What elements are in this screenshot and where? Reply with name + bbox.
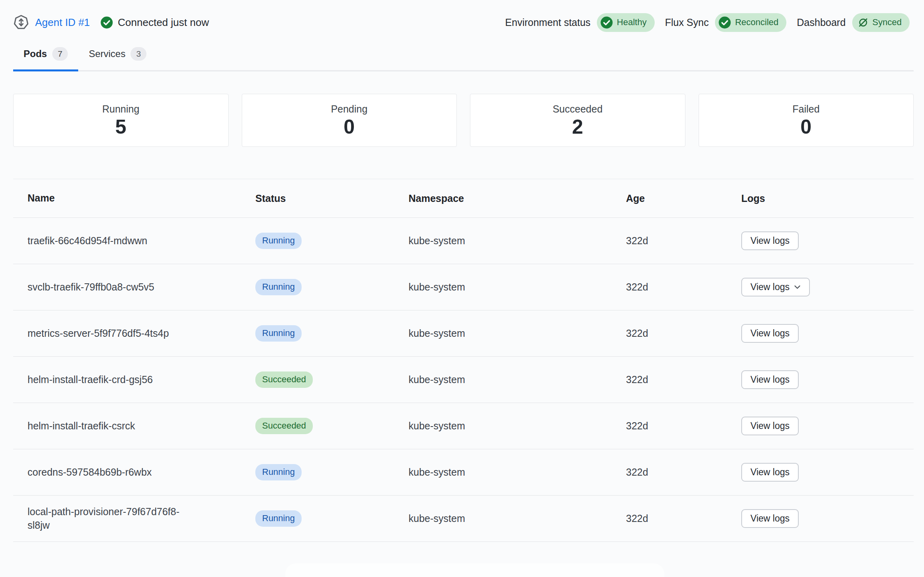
bottom-sheet-hint [285,563,664,577]
view-logs-button[interactable]: View logs [741,417,799,435]
connection-status-text: Connected just now [118,16,209,29]
environment-status-label: Environment status [505,17,590,28]
tab-services-label: Services [89,48,125,59]
stat-label: Failed [792,103,819,115]
tab-pods-label: Pods [24,48,47,59]
pod-name: metrics-server-5f9f776df5-4ts4p [13,323,189,344]
status-badge: Running [255,464,302,480]
tab-pods[interactable]: Pods 7 [13,47,78,70]
pod-name: helm-install-traefik-crd-gsj56 [13,369,189,391]
stat-label: Pending [331,103,367,115]
pod-age: 322d [626,513,741,524]
stat-value: 5 [115,117,126,138]
dashboard-label: Dashboard [797,17,845,28]
status-badge: Running [255,510,302,526]
agent-icon [13,14,29,30]
table-row: helm-install-traefik-csrck Succeeded kub… [13,403,914,449]
stat-card-running: Running 5 [13,94,229,147]
view-logs-button[interactable]: View logs [741,324,799,343]
pod-namespace: kube-system [409,466,626,478]
column-header-age: Age [626,193,741,204]
agent-id-link[interactable]: Agent ID #1 [35,16,90,29]
view-logs-label: View logs [750,374,790,385]
table-row: traefik-66c46d954f-mdwwn Running kube-sy… [13,218,914,264]
environment-status-badge: Healthy [597,13,655,32]
pod-age: 322d [626,374,741,385]
chevron-down-icon [794,285,801,289]
tab-pods-count: 7 [52,47,68,61]
view-logs-button[interactable]: View logs [741,370,799,389]
column-header-namespace: Namespace [409,193,626,204]
view-logs-button[interactable]: View logs [741,463,799,482]
pod-namespace: kube-system [409,235,626,247]
pod-namespace: kube-system [409,420,626,432]
stat-label: Running [102,103,139,115]
pod-namespace: kube-system [409,328,626,339]
pod-age: 322d [626,328,741,339]
tab-services[interactable]: Services 3 [78,47,157,70]
pod-age: 322d [626,466,741,478]
pod-name: coredns-597584b69b-r6wbx [13,462,189,483]
stat-card-pending: Pending 0 [242,94,457,147]
table-row: coredns-597584b69b-r6wbx Running kube-sy… [13,449,914,496]
flux-sync-value: Reconciled [735,17,778,28]
dashboard-sync-value: Synced [873,17,902,28]
view-logs-button[interactable]: View logs [741,231,799,250]
pod-namespace: kube-system [409,374,626,385]
pod-age: 322d [626,281,741,293]
pod-age: 322d [626,420,741,432]
table-row: helm-install-traefik-crd-gsj56 Succeeded… [13,357,914,403]
stat-card-succeeded: Succeeded 2 [470,94,685,147]
column-header-name: Name [13,192,189,205]
column-header-status: Status [255,193,409,204]
stat-value: 2 [572,117,583,138]
check-circle-icon [719,16,731,29]
view-logs-label: View logs [750,328,790,339]
stat-label: Succeeded [553,103,602,115]
dashboard-sync-badge: Synced [852,13,910,32]
status-badge: Succeeded [255,418,313,434]
view-logs-label: View logs [750,513,790,524]
pod-name: traefik-66c46d954f-mdwwn [13,230,189,252]
column-header-logs: Logs [741,193,914,204]
check-circle-icon [600,16,613,29]
tab-bar: Pods 7 Services 3 [13,47,914,71]
view-logs-label: View logs [750,467,790,478]
pod-namespace: kube-system [409,281,626,293]
tab-services-count: 3 [130,47,146,61]
flux-sync-label: Flux Sync [665,17,709,28]
status-badge: Running [255,233,302,249]
pod-stats-row: Running 5 Pending 0 Succeeded 2 Failed 0 [13,94,914,147]
table-row: svclb-traefik-79ffb0a8-cw5v5 Running kub… [13,264,914,310]
status-badge: Running [255,325,302,341]
flux-sync-badge: Reconciled [715,13,786,32]
view-logs-label: View logs [750,421,790,431]
pod-age: 322d [626,235,741,247]
pod-name: local-path-provisioner-79f67d76f8-sl8jw [13,501,189,536]
pod-name: svclb-traefik-79ffb0a8-cw5v5 [13,277,189,298]
connected-check-icon [101,16,113,29]
view-logs-label: View logs [750,235,790,246]
view-logs-button[interactable]: View logs [741,509,799,528]
pod-namespace: kube-system [409,513,626,524]
table-row: local-path-provisioner-79f67d76f8-sl8jw … [13,496,914,542]
view-logs-button[interactable]: View logs [741,278,810,296]
stat-value: 0 [344,117,355,138]
view-logs-label: View logs [750,282,790,292]
stat-value: 0 [800,117,811,138]
stat-card-failed: Failed 0 [699,94,914,147]
pod-name: helm-install-traefik-csrck [13,415,189,437]
status-badge: Succeeded [255,371,313,387]
pods-table-header: Name Status Namespace Age Logs [13,179,914,218]
table-row: metrics-server-5f9f776df5-4ts4p Running … [13,310,914,357]
pods-table-body: traefik-66c46d954f-mdwwn Running kube-sy… [13,218,914,542]
pods-table: Name Status Namespace Age Logs traefik-6… [13,179,914,542]
topbar: Agent ID #1 Connected just now Environme… [0,0,924,33]
sync-icon [858,17,869,28]
environment-status-value: Healthy [617,17,647,28]
status-badge: Running [255,279,302,295]
